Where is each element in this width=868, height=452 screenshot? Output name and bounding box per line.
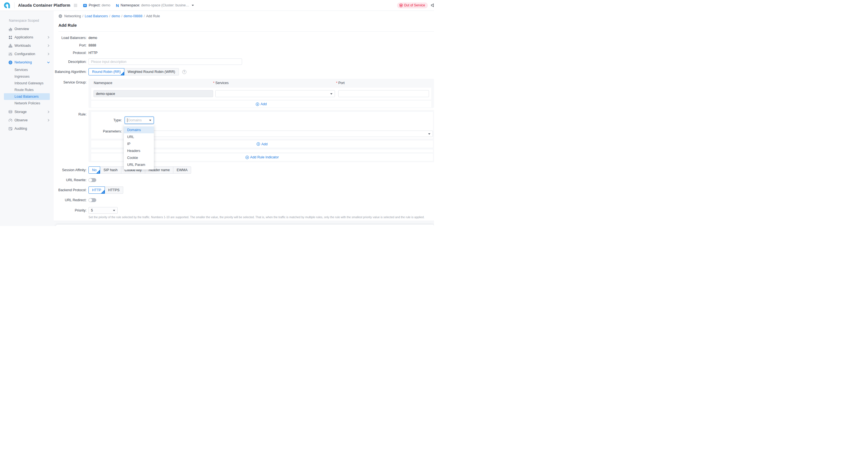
add-parameter-button[interactable]: Add <box>256 142 267 146</box>
protocol-label: Protocol: <box>54 51 89 55</box>
sidebar-item-load-balancers[interactable]: Load Balancers <box>4 93 50 100</box>
load-balancers-value: demo <box>89 36 97 40</box>
column-header-port: *Port <box>336 81 345 85</box>
select-caret-icon <box>149 120 151 121</box>
globe-icon <box>58 14 62 18</box>
breadcrumb-link-demo-08888[interactable]: demo-08888 <box>124 14 142 18</box>
rule-type-select[interactable]: Domains <box>125 117 154 124</box>
priority-select[interactable]: 5 <box>89 207 118 214</box>
description-input[interactable] <box>89 58 242 65</box>
rule-type-label: Type: <box>91 118 125 122</box>
project-icon <box>83 3 87 7</box>
balancing-option-wrr[interactable]: Weighted Round Robin (WRR) <box>124 68 179 76</box>
project-selector[interactable]: Project: demo <box>83 3 111 7</box>
app-switcher-icon[interactable] <box>74 4 78 7</box>
sidebar-item-workloads[interactable]: Workloads <box>0 41 54 50</box>
dropdown-option-ip[interactable]: IP <box>124 140 154 147</box>
sidebar-item-label: Overview <box>14 27 50 31</box>
session-affinity-no[interactable]: No <box>89 167 100 174</box>
breadcrumb-item: Networking <box>64 14 81 18</box>
sidebar-item-route-rules[interactable]: Route Rules <box>0 87 54 93</box>
help-icon[interactable]: ? <box>182 70 186 74</box>
sidebar-item-label: Configuration <box>14 52 47 56</box>
header-divider <box>14 2 14 8</box>
rule-type-placeholder: Domains <box>128 118 142 122</box>
sidebar-item-configuration[interactable]: Configuration <box>0 50 54 58</box>
dropdown-option-domains[interactable]: Domains <box>124 126 154 133</box>
breadcrumb-separator: / <box>121 14 122 18</box>
sidebar-item-applications[interactable]: Applications <box>0 33 54 41</box>
service-group-row: demo-space <box>91 88 431 100</box>
breadcrumb-link-demo[interactable]: demo <box>112 14 120 18</box>
column-header-namespace: Namespace <box>91 81 213 85</box>
breadcrumb-item-current: Add Rule <box>146 14 160 18</box>
backend-protocol-https[interactable]: HTTPS <box>105 186 123 194</box>
dropdown-option-url[interactable]: URL <box>124 133 154 140</box>
sidebar-item-overview[interactable]: Overview <box>0 25 54 33</box>
observe-gauge-icon <box>8 118 12 122</box>
chevron-down-icon <box>47 61 50 64</box>
sidebar-child-label: Load Balancers <box>14 95 39 98</box>
backend-protocol-label: Backend Protocol: <box>54 188 89 192</box>
page-title: Add Rule <box>58 23 434 32</box>
chevron-right-icon <box>47 119 50 122</box>
backend-protocol-http[interactable]: HTTP <box>89 186 105 194</box>
url-redirect-toggle[interactable] <box>89 198 96 202</box>
namespace-selector[interactable]: N Namespace: demo-space (Cluster: busine… <box>116 3 194 8</box>
sidebar-item-auditing[interactable]: Auditing <box>0 124 54 133</box>
app-header: Alauda Container Platform Project: demo … <box>0 0 434 11</box>
networking-globe-icon <box>8 60 12 65</box>
breadcrumb-link-load-balancers[interactable]: Load Balancers <box>85 14 108 18</box>
add-service-button[interactable]: Add <box>256 102 267 106</box>
rule-type-dropdown: Domains URL IP Headers Cookie URL Param <box>124 125 154 170</box>
text-cursor <box>127 118 127 122</box>
sidebar-item-observe[interactable]: Observe <box>0 116 54 124</box>
service-port-select[interactable] <box>338 90 429 97</box>
services-select[interactable] <box>215 90 335 97</box>
announcement-icon[interactable] <box>431 3 434 8</box>
sidebar-item-networking[interactable]: Networking <box>0 58 54 66</box>
balancing-algorithm-label: Balancing Algorithm: <box>54 70 89 74</box>
service-group-add-row: Add <box>91 101 431 108</box>
dropdown-option-headers[interactable]: Headers <box>124 147 154 154</box>
dropdown-option-cookie[interactable]: Cookie <box>124 154 154 161</box>
sidebar-item-services[interactable]: Services <box>0 66 54 73</box>
chevron-right-icon <box>47 44 50 47</box>
sidebar-child-label: Network Policies <box>14 101 40 105</box>
rule-label: Rule: <box>54 110 89 116</box>
app-logo[interactable] <box>3 2 10 9</box>
sidebar-child-label: Services <box>14 68 28 72</box>
service-group-panel: Namespace *Services *Port demo-space Add <box>89 79 434 108</box>
protocol-value: HTTP <box>89 51 98 55</box>
session-affinity-sip-hash[interactable]: SIP hash <box>100 167 121 174</box>
required-marker: * <box>336 81 338 85</box>
select-caret-icon <box>113 210 115 211</box>
sidebar-item-network-policies[interactable]: Network Policies <box>0 100 54 107</box>
session-affinity-ewma[interactable]: EWMA <box>173 167 191 174</box>
rule-parameters-label: Parameters: <box>91 129 125 133</box>
url-rewrite-toggle[interactable] <box>89 178 96 182</box>
chevron-right-icon <box>47 36 50 39</box>
sidebar-item-label: Auditing <box>14 127 50 130</box>
sidebar-item-ingresses[interactable]: Ingresses <box>0 73 54 80</box>
add-rule-indicator-button[interactable]: Add Rule Indicator <box>245 155 279 159</box>
priority-label: Priority: <box>54 208 89 212</box>
service-group-label: Service Group: <box>54 79 89 84</box>
plus-circle-icon <box>245 156 249 159</box>
sidebar-item-storage[interactable]: Storage <box>0 108 54 116</box>
sidebar-item-label: Storage <box>14 110 47 114</box>
sidebar-item-label: Networking <box>14 60 47 64</box>
load-balancers-label: Load Balancers: <box>54 36 89 40</box>
footer-bar <box>56 224 434 226</box>
dropdown-option-url-param[interactable]: URL Param <box>124 161 154 168</box>
sidebar-child-label: Ingresses <box>14 74 30 79</box>
status-badge[interactable]: Out of Service <box>397 2 428 8</box>
breadcrumb: Networking / Load Balancers / demo / dem… <box>54 11 434 18</box>
balancing-option-rr[interactable]: Round Robin (RR) <box>89 68 124 76</box>
rule-parameters-select[interactable] <box>125 130 433 137</box>
sidebar-item-inbound-gateways[interactable]: Inbound Gateways <box>0 80 54 87</box>
storage-icon <box>8 110 12 114</box>
workloads-icon <box>8 44 12 48</box>
shield-clock-icon <box>399 4 403 7</box>
sidebar-child-label: Route Rules <box>14 88 34 92</box>
